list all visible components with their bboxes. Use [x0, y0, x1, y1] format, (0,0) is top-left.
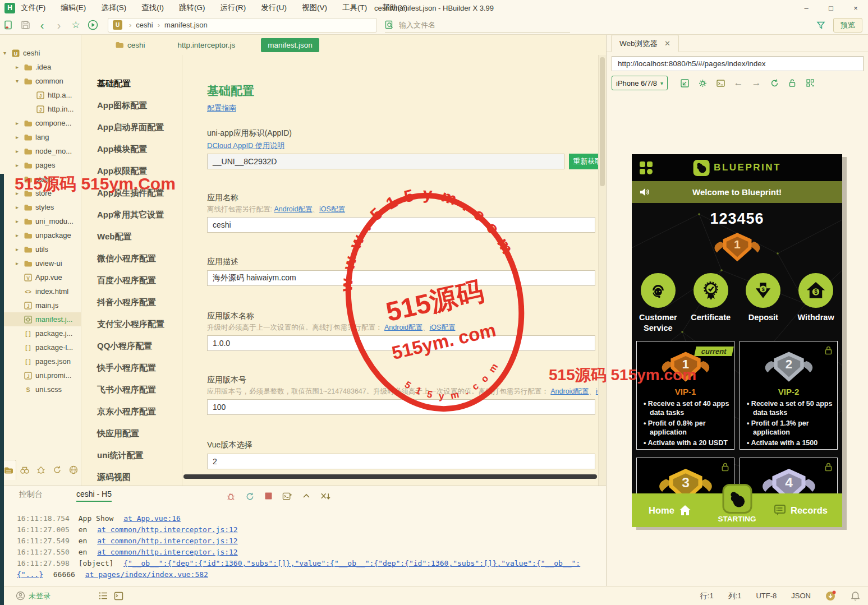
app-desc-input[interactable]: 海外源码 haiwaiym.com: [207, 270, 595, 286]
refresh-view-tab[interactable]: [49, 460, 65, 480]
open-external-icon[interactable]: [676, 76, 694, 90]
new-terminal-icon[interactable]: [282, 492, 292, 501]
favorite-star-icon[interactable]: ☆: [67, 18, 84, 33]
search-view-tab[interactable]: [16, 460, 33, 480]
tree-item[interactable]: main.js: [0, 298, 81, 312]
tree-item[interactable]: ceshi: [0, 46, 81, 60]
manifest-section-item[interactable]: App常用其它设置: [81, 210, 182, 232]
manifest-section-item[interactable]: App启动界面配置: [81, 122, 182, 144]
expander-icon[interactable]: [16, 204, 23, 210]
appid-input[interactable]: __UNI__8C2932D: [207, 154, 564, 169]
expander-icon[interactable]: [16, 64, 23, 70]
manifest-section-item[interactable]: QQ小程序配置: [81, 341, 182, 363]
session-tab[interactable]: ceshi - H5: [76, 489, 112, 502]
tree-item[interactable]: index.html: [0, 284, 81, 298]
url-bar[interactable]: http://localhost:8080/h5/#/pages/index/i…: [612, 56, 864, 71]
qr-code-icon[interactable]: [801, 76, 819, 90]
device-select[interactable]: iPhone 6/7/8 ▾: [612, 76, 668, 90]
scrollbar-thumb[interactable]: [600, 57, 605, 186]
menu-item[interactable]: 编辑(E): [61, 3, 86, 13]
manifest-section-item[interactable]: App权限配置: [81, 166, 182, 188]
run-icon[interactable]: [84, 18, 101, 33]
login-status[interactable]: 未登录: [29, 591, 50, 601]
menu-item[interactable]: 发行(U): [261, 3, 287, 13]
terminal-icon[interactable]: [114, 592, 123, 601]
preview-button[interactable]: 预览: [833, 18, 862, 33]
manifest-section-item[interactable]: Web配置: [81, 232, 182, 253]
manifest-section-item[interactable]: App模块配置: [81, 144, 182, 166]
tree-item[interactable]: styles: [0, 200, 81, 214]
devtools-console-icon[interactable]: [711, 76, 729, 90]
manifest-section-item[interactable]: 支付宝小程序配置: [81, 319, 182, 341]
manifest-section-item[interactable]: 抖音小程序配置: [81, 297, 182, 319]
tree-item[interactable]: lang: [0, 130, 81, 144]
log-source-link[interactable]: at common/http.interceptor.js:12: [97, 548, 237, 556]
tree-item[interactable]: pages: [0, 158, 81, 172]
close-button[interactable]: ×: [843, 0, 868, 16]
vip-card[interactable]: current 1 VIP-1 Receive a set of 40 apps…: [636, 341, 734, 450]
ios-config-link[interactable]: iOS配置: [319, 205, 345, 213]
breadcrumb-file[interactable]: manifest.json: [164, 21, 208, 29]
file-type[interactable]: JSON: [791, 592, 811, 600]
announcement-bar[interactable]: Welcome to Blueprint!: [632, 181, 842, 203]
manifest-section-item[interactable]: App原生插件配置: [81, 188, 182, 210]
menu-grid-icon[interactable]: [639, 161, 653, 175]
expander-icon[interactable]: [16, 218, 23, 224]
android-config-link[interactable]: Android配置: [550, 387, 589, 395]
tree-item[interactable]: package-l...: [0, 340, 81, 354]
close-icon[interactable]: ✕: [664, 39, 670, 48]
clear-console-icon[interactable]: [320, 492, 331, 501]
tree-item[interactable]: static: [0, 172, 81, 186]
quick-action[interactable]: Deposit: [737, 273, 790, 334]
tree-item[interactable]: pages.json: [0, 354, 81, 368]
refetch-appid-button[interactable]: 重新获取: [569, 154, 598, 169]
editor-tab[interactable]: ceshi: [108, 38, 152, 52]
app-name-input[interactable]: ceshi: [207, 217, 595, 233]
collapse-panel-icon[interactable]: [302, 492, 311, 501]
tree-item[interactable]: compone...: [0, 116, 81, 130]
manifest-section-item[interactable]: 快应用配置: [81, 428, 182, 450]
expander-icon[interactable]: [16, 176, 23, 182]
android-config-link[interactable]: Android配置: [274, 205, 312, 213]
quick-action[interactable]: Customer Service: [632, 273, 685, 334]
expander-icon[interactable]: [16, 148, 23, 154]
minimize-button[interactable]: –: [794, 0, 819, 16]
debug-view-tab[interactable]: [33, 460, 49, 480]
form-horizontal-scrollbar[interactable]: [183, 474, 597, 479]
save-icon[interactable]: [17, 18, 34, 33]
menu-item[interactable]: 视图(V): [302, 3, 327, 13]
tree-item[interactable]: manifest.j...: [0, 312, 81, 326]
browser-panel-tab[interactable]: Web浏览器 ✕: [611, 35, 679, 52]
forward-icon[interactable]: ›: [50, 18, 67, 33]
breadcrumb-project[interactable]: ceshi: [136, 21, 153, 29]
console-tab[interactable]: 控制台: [19, 489, 43, 502]
menu-item[interactable]: 选择(S): [101, 3, 126, 13]
tree-item[interactable]: common: [0, 74, 81, 88]
back-icon[interactable]: ‹: [34, 18, 50, 33]
manifest-section-item[interactable]: 飞书小程序配置: [81, 385, 182, 407]
tree-item[interactable]: unpackage: [0, 228, 81, 242]
restart-icon[interactable]: [245, 492, 255, 501]
quick-action[interactable]: Withdraw: [789, 273, 842, 334]
manifest-section-item[interactable]: 基础配置: [81, 78, 182, 100]
log-source-link[interactable]: at common/http.interceptor.js:12: [97, 525, 237, 534]
manifest-section-item[interactable]: 微信小程序配置: [81, 253, 182, 275]
log-source-link[interactable]: at App.vue:16: [123, 514, 181, 523]
quick-action[interactable]: Certificate: [685, 273, 737, 334]
form-vertical-scrollbar[interactable]: [598, 55, 606, 486]
stop-icon[interactable]: [264, 492, 273, 500]
menu-item[interactable]: 文件(F): [21, 3, 45, 13]
expander-icon[interactable]: [3, 50, 11, 56]
vue-version-input[interactable]: 2: [207, 454, 595, 469]
expander-icon[interactable]: [16, 260, 23, 266]
tree-item[interactable]: uni.scss: [0, 382, 81, 396]
ios-config-link[interactable]: iOS配置: [430, 324, 456, 331]
unlock-icon[interactable]: [783, 76, 801, 90]
editor-tab[interactable]: manifest.json: [261, 38, 319, 52]
globe-view-tab[interactable]: [65, 460, 81, 480]
nav-home[interactable]: Home: [649, 505, 691, 516]
expander-icon[interactable]: [16, 134, 23, 140]
browser-forward-icon[interactable]: →: [747, 76, 765, 90]
expander-icon[interactable]: [16, 78, 23, 84]
version-name-input[interactable]: 1.0.0: [207, 335, 595, 351]
